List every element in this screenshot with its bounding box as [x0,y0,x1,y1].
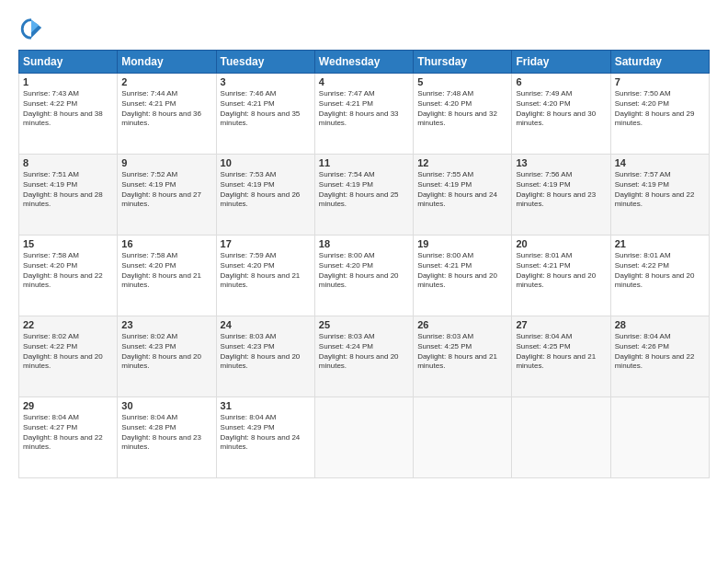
weekday-row: SundayMondayTuesdayWednesdayThursdayFrid… [19,51,710,74]
day-info: Sunrise: 7:58 AM Sunset: 4:20 PM Dayligh… [121,251,211,291]
day-cell: 7 Sunrise: 7:50 AM Sunset: 4:20 PM Dayli… [610,74,709,155]
day-info: Sunrise: 8:04 AM Sunset: 4:25 PM Dayligh… [516,332,606,372]
day-info: Sunrise: 7:51 AM Sunset: 4:19 PM Dayligh… [23,170,113,210]
weekday-header-friday: Friday [512,51,610,74]
day-cell: 30 Sunrise: 8:04 AM Sunset: 4:28 PM Dayl… [118,397,216,478]
header [18,15,710,40]
day-number: 9 [121,157,211,168]
day-number: 12 [417,157,507,168]
day-number: 5 [417,76,507,87]
day-number: 25 [319,319,409,330]
day-cell [414,397,512,478]
day-number: 23 [121,319,211,330]
day-info: Sunrise: 7:54 AM Sunset: 4:19 PM Dayligh… [319,170,409,210]
day-cell: 3 Sunrise: 7:46 AM Sunset: 4:21 PM Dayli… [216,74,314,155]
weekday-header-sunday: Sunday [19,51,118,74]
day-cell: 5 Sunrise: 7:48 AM Sunset: 4:20 PM Dayli… [414,74,512,155]
logo [18,15,48,40]
week-row-3: 15 Sunrise: 7:58 AM Sunset: 4:20 PM Dayl… [19,236,710,316]
day-number: 29 [23,400,113,411]
day-cell [610,397,709,478]
day-number: 28 [615,319,705,330]
day-cell [314,397,413,478]
day-cell: 18 Sunrise: 8:00 AM Sunset: 4:20 PM Dayl… [314,236,413,316]
day-cell: 21 Sunrise: 8:01 AM Sunset: 4:22 PM Dayl… [610,236,709,316]
day-info: Sunrise: 7:59 AM Sunset: 4:20 PM Dayligh… [221,251,311,291]
day-number: 18 [319,238,409,249]
day-number: 16 [121,238,211,249]
day-info: Sunrise: 8:01 AM Sunset: 4:21 PM Dayligh… [516,251,606,291]
day-info: Sunrise: 8:04 AM Sunset: 4:27 PM Dayligh… [23,413,113,453]
day-cell: 17 Sunrise: 7:59 AM Sunset: 4:20 PM Dayl… [216,236,314,316]
day-number: 31 [221,400,311,411]
day-cell: 6 Sunrise: 7:49 AM Sunset: 4:20 PM Dayli… [512,74,610,155]
page: SundayMondayTuesdayWednesdayThursdayFrid… [0,0,728,563]
day-number: 6 [516,76,606,87]
day-info: Sunrise: 7:50 AM Sunset: 4:20 PM Dayligh… [615,89,705,129]
day-number: 20 [516,238,606,249]
day-cell: 26 Sunrise: 8:03 AM Sunset: 4:25 PM Dayl… [414,316,512,397]
day-number: 7 [615,76,705,87]
day-info: Sunrise: 7:53 AM Sunset: 4:19 PM Dayligh… [221,170,311,210]
day-info: Sunrise: 7:55 AM Sunset: 4:19 PM Dayligh… [417,170,507,210]
day-info: Sunrise: 7:57 AM Sunset: 4:19 PM Dayligh… [615,170,705,210]
day-cell [512,397,610,478]
day-info: Sunrise: 8:03 AM Sunset: 4:23 PM Dayligh… [221,332,311,372]
week-row-4: 22 Sunrise: 8:02 AM Sunset: 4:22 PM Dayl… [19,316,710,397]
day-info: Sunrise: 8:03 AM Sunset: 4:25 PM Dayligh… [417,332,507,372]
day-cell: 13 Sunrise: 7:56 AM Sunset: 4:19 PM Dayl… [512,155,610,236]
day-info: Sunrise: 8:02 AM Sunset: 4:23 PM Dayligh… [121,332,211,372]
calendar-header: SundayMondayTuesdayWednesdayThursdayFrid… [19,51,710,74]
day-info: Sunrise: 7:43 AM Sunset: 4:22 PM Dayligh… [23,89,113,129]
day-number: 15 [23,238,113,249]
day-cell: 22 Sunrise: 8:02 AM Sunset: 4:22 PM Dayl… [19,316,118,397]
weekday-header-wednesday: Wednesday [314,51,413,74]
day-info: Sunrise: 7:47 AM Sunset: 4:21 PM Dayligh… [319,89,409,129]
week-row-5: 29 Sunrise: 8:04 AM Sunset: 4:27 PM Dayl… [19,397,710,478]
calendar-body: 1 Sunrise: 7:43 AM Sunset: 4:22 PM Dayli… [19,74,710,478]
day-cell: 25 Sunrise: 8:03 AM Sunset: 4:24 PM Dayl… [314,316,413,397]
day-info: Sunrise: 7:46 AM Sunset: 4:21 PM Dayligh… [221,89,311,129]
day-number: 19 [417,238,507,249]
weekday-header-thursday: Thursday [414,51,512,74]
day-info: Sunrise: 7:56 AM Sunset: 4:19 PM Dayligh… [516,170,606,210]
weekday-header-monday: Monday [118,51,216,74]
day-info: Sunrise: 7:48 AM Sunset: 4:20 PM Dayligh… [417,89,507,129]
day-number: 14 [615,157,705,168]
day-cell: 14 Sunrise: 7:57 AM Sunset: 4:19 PM Dayl… [610,155,709,236]
day-info: Sunrise: 8:01 AM Sunset: 4:22 PM Dayligh… [615,251,705,291]
day-cell: 11 Sunrise: 7:54 AM Sunset: 4:19 PM Dayl… [314,155,413,236]
day-info: Sunrise: 7:44 AM Sunset: 4:21 PM Dayligh… [121,89,211,129]
day-number: 10 [221,157,311,168]
day-number: 17 [221,238,311,249]
day-number: 21 [615,238,705,249]
day-cell: 27 Sunrise: 8:04 AM Sunset: 4:25 PM Dayl… [512,316,610,397]
weekday-header-tuesday: Tuesday [216,51,314,74]
day-cell: 20 Sunrise: 8:01 AM Sunset: 4:21 PM Dayl… [512,236,610,316]
day-cell: 4 Sunrise: 7:47 AM Sunset: 4:21 PM Dayli… [314,74,413,155]
day-cell: 31 Sunrise: 8:04 AM Sunset: 4:29 PM Dayl… [216,397,314,478]
day-cell: 19 Sunrise: 8:00 AM Sunset: 4:21 PM Dayl… [414,236,512,316]
day-info: Sunrise: 8:00 AM Sunset: 4:21 PM Dayligh… [417,251,507,291]
week-row-2: 8 Sunrise: 7:51 AM Sunset: 4:19 PM Dayli… [19,155,710,236]
weekday-header-saturday: Saturday [610,51,709,74]
day-cell: 24 Sunrise: 8:03 AM Sunset: 4:23 PM Dayl… [216,316,314,397]
day-cell: 29 Sunrise: 8:04 AM Sunset: 4:27 PM Dayl… [19,397,118,478]
day-info: Sunrise: 7:52 AM Sunset: 4:19 PM Dayligh… [121,170,211,210]
day-info: Sunrise: 7:58 AM Sunset: 4:20 PM Dayligh… [23,251,113,291]
day-cell: 9 Sunrise: 7:52 AM Sunset: 4:19 PM Dayli… [118,155,216,236]
day-number: 3 [221,76,311,87]
day-number: 4 [319,76,409,87]
day-number: 22 [23,319,113,330]
week-row-1: 1 Sunrise: 7:43 AM Sunset: 4:22 PM Dayli… [19,74,710,155]
day-number: 13 [516,157,606,168]
day-number: 30 [121,400,211,411]
day-number: 8 [23,157,113,168]
calendar-table: SundayMondayTuesdayWednesdayThursdayFrid… [18,50,710,478]
day-cell: 23 Sunrise: 8:02 AM Sunset: 4:23 PM Dayl… [118,316,216,397]
day-info: Sunrise: 8:04 AM Sunset: 4:26 PM Dayligh… [615,332,705,372]
day-cell: 16 Sunrise: 7:58 AM Sunset: 4:20 PM Dayl… [118,236,216,316]
day-number: 1 [23,76,113,87]
day-cell: 8 Sunrise: 7:51 AM Sunset: 4:19 PM Dayli… [19,155,118,236]
day-info: Sunrise: 8:03 AM Sunset: 4:24 PM Dayligh… [319,332,409,372]
